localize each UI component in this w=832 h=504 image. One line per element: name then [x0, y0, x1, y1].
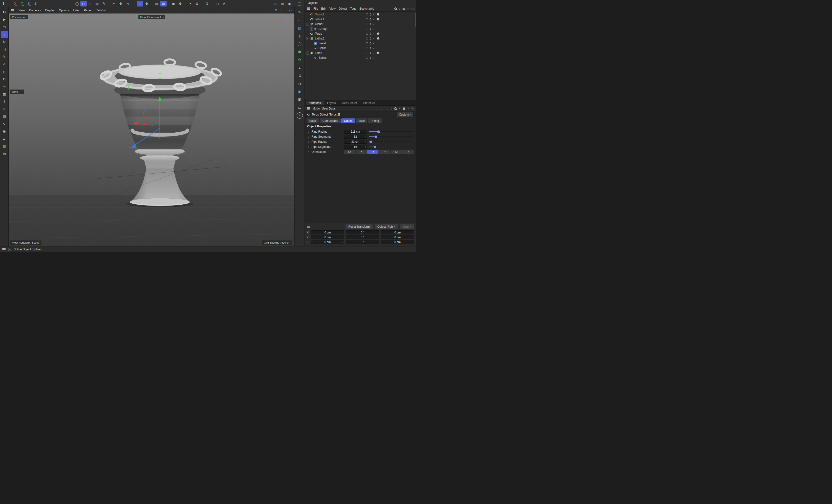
rotation-y-input[interactable]: 0 °: [346, 235, 379, 239]
visibility-dots[interactable]: [370, 37, 371, 40]
annotate-icon[interactable]: ✎: [296, 112, 303, 119]
coordinates-menu-icon[interactable]: [307, 226, 310, 228]
spline-pen-icon[interactable]: ✎: [296, 9, 303, 16]
om-menu-tags[interactable]: Tags: [350, 7, 356, 10]
ring-segments-slider[interactable]: [368, 135, 414, 138]
visibility-dots[interactable]: [370, 23, 371, 25]
tab-axis-center[interactable]: Axis Center: [339, 101, 360, 105]
pipe-segments-slider[interactable]: [368, 145, 414, 149]
layer-toggle[interactable]: [366, 23, 368, 25]
text-object-icon[interactable]: T: [296, 33, 303, 39]
position-x-input[interactable]: 0 cm: [311, 230, 344, 234]
simulation-icon[interactable]: ◉: [296, 88, 303, 95]
layer-toggle[interactable]: [366, 33, 368, 35]
attr-popout-icon[interactable]: ◳: [411, 107, 414, 110]
position-y-input[interactable]: 0 cm: [311, 235, 344, 239]
enabled-check-icon[interactable]: ✓: [372, 13, 375, 16]
layout-icon[interactable]: [2, 1, 8, 6]
lattice-tool[interactable]: ▥: [1, 143, 8, 150]
record-icon[interactable]: ◉: [171, 1, 177, 6]
om-menu-bookmarks[interactable]: Bookmarks: [359, 7, 374, 10]
array-tool[interactable]: ▦: [1, 91, 8, 98]
menu-view[interactable]: View: [19, 9, 25, 12]
object-row-group[interactable]: + ⊕ Group ✓: [305, 26, 416, 31]
om-menu-view[interactable]: View: [329, 7, 336, 10]
camera-object-icon[interactable]: ▣: [296, 97, 303, 103]
object-row-lathe-1[interactable]: − Lathe.1 ✓: [305, 36, 416, 41]
keyframe-diamond-icon[interactable]: ◇: [308, 151, 310, 153]
cut-settings-icon[interactable]: ⚙: [194, 1, 200, 6]
menu-display[interactable]: Display: [45, 9, 54, 12]
visibility-dots[interactable]: [370, 42, 371, 45]
menu-cameras[interactable]: Cameras: [29, 9, 41, 12]
enabled-check-icon[interactable]: ✓: [372, 37, 375, 40]
orientation-minus-z[interactable]: -Z: [402, 150, 414, 154]
primitive-plane-icon[interactable]: ▭: [296, 17, 303, 23]
enabled-check-icon[interactable]: ✓: [372, 42, 375, 45]
status-menu-icon[interactable]: [2, 248, 5, 250]
attr-search-icon[interactable]: [394, 107, 396, 110]
tab-layers[interactable]: Layers: [324, 101, 339, 105]
tab-structure[interactable]: Structure: [360, 101, 378, 105]
lock-icon[interactable]: [403, 108, 405, 110]
pipe-radius-slider[interactable]: [368, 140, 414, 143]
layout-panel-3-icon[interactable]: ▣: [286, 1, 292, 6]
rotate-tool[interactable]: ↻: [1, 38, 8, 45]
ring-segments-input[interactable]: 32▴▾: [344, 135, 367, 139]
axis-modify-tool[interactable]: ▭: [1, 151, 8, 157]
primitive-cube-icon[interactable]: ▧: [296, 25, 303, 31]
attr-history-icon[interactable]: ◔: [407, 107, 409, 110]
snap-palette-icon[interactable]: ⊓: [296, 81, 303, 87]
brush-tool[interactable]: ✐: [1, 106, 8, 112]
orientation-plus-x[interactable]: +X: [344, 150, 355, 154]
section-slice[interactable]: Slice: [356, 118, 367, 123]
mesh-tool[interactable]: ▤: [1, 113, 8, 120]
scale-x-input[interactable]: 0 cm: [381, 230, 414, 234]
object-row-cloner[interactable]: − Cloner ✓: [305, 22, 416, 26]
spline-pen-tool[interactable]: ✎: [1, 53, 8, 60]
om-search-icon[interactable]: [394, 7, 397, 10]
scale-tool[interactable]: ◱: [1, 46, 8, 53]
dolly-view-icon[interactable]: ↧: [280, 8, 282, 12]
custom-dropdown[interactable]: Custom▾: [397, 112, 414, 117]
scale-z-input[interactable]: 0 cm: [381, 240, 414, 244]
swap-icon[interactable]: ⇅: [204, 1, 210, 6]
object-row-torus-2[interactable]: Torus.2 ✓: [305, 12, 416, 17]
om-filter-icon[interactable]: ▼: [407, 7, 409, 10]
workplane-icon[interactable]: ◳: [124, 1, 130, 6]
move-tool[interactable]: +: [1, 31, 8, 38]
grid-icon[interactable]: ▦: [154, 1, 160, 6]
collapse-expander[interactable]: −: [306, 23, 309, 26]
keyframe-diamond-icon[interactable]: ◇: [308, 145, 310, 148]
orientation-plus-z[interactable]: +Z: [391, 150, 402, 154]
keyframe-diamond-icon[interactable]: ◇: [308, 140, 310, 143]
layer-toggle[interactable]: [366, 47, 368, 49]
axis-x-button[interactable]: X: [12, 1, 18, 6]
menu-filter[interactable]: Filter: [73, 9, 80, 12]
objects-menu-icon[interactable]: [307, 7, 310, 10]
om-menu-object[interactable]: Object: [339, 7, 347, 10]
orientation-minus-x[interactable]: -X: [356, 150, 367, 154]
layer-toggle[interactable]: [366, 28, 368, 30]
menu-redshift[interactable]: Redshift: [96, 9, 106, 12]
layout-panel-1-icon[interactable]: ▤: [273, 1, 279, 6]
snap-settings-icon[interactable]: ⚙: [144, 1, 150, 6]
bounding-box-icon[interactable]: ▢: [214, 1, 220, 6]
parent-object-icon[interactable]: ↑: [390, 107, 392, 110]
object-row-torus[interactable]: Torus ✓: [305, 31, 416, 36]
nurbs-icon[interactable]: ◯: [296, 41, 303, 47]
extrude-tool[interactable]: ⇧: [1, 98, 8, 105]
tab-attributes[interactable]: Attributes: [306, 101, 324, 105]
maximize-view-icon[interactable]: ▭: [289, 8, 292, 12]
character-icon[interactable]: ✶: [111, 1, 117, 6]
section-coordinates[interactable]: Coordinates: [320, 118, 341, 123]
attributes-menu-icon[interactable]: [307, 107, 310, 109]
phong-tag-icon[interactable]: [377, 13, 380, 16]
om-home-icon[interactable]: ⌂: [399, 7, 400, 10]
section-object[interactable]: Object: [341, 118, 355, 123]
attr-filter-icon[interactable]: ▼: [399, 107, 400, 109]
layer-toggle[interactable]: [366, 57, 368, 59]
scale-y-input[interactable]: 0 cm: [381, 235, 414, 239]
mode-value[interactable]: User Data: [322, 107, 335, 110]
om-menu-file[interactable]: File: [313, 7, 318, 10]
